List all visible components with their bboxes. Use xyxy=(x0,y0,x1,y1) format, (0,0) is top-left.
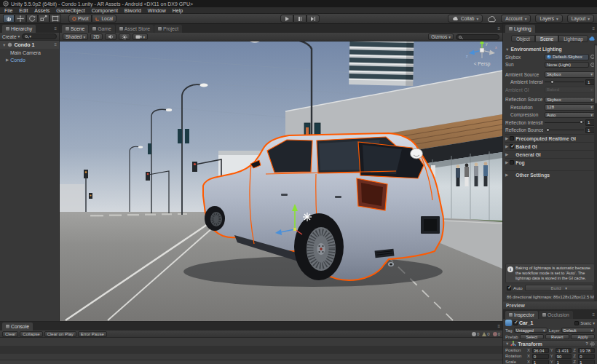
tag-dropdown[interactable]: Untagged▾ xyxy=(514,328,547,333)
reflection-source-dropdown[interactable]: Skybox▾ xyxy=(545,97,595,103)
scrollbar-thumb[interactable] xyxy=(595,45,597,103)
position-x-field[interactable]: 36.04 xyxy=(532,348,549,353)
prefab-select-button[interactable]: Select xyxy=(520,334,544,340)
hierarchy-item-main-camera[interactable]: Main Camera xyxy=(0,49,59,56)
menu-window[interactable]: Window xyxy=(148,8,166,13)
preview-bar[interactable]: Preview xyxy=(503,301,597,309)
object-name-field[interactable]: Car_1 xyxy=(519,320,573,325)
info-count[interactable]: 0 xyxy=(472,332,479,336)
console-log-area[interactable] xyxy=(0,338,502,360)
foldout-baked-gi[interactable]: ▶Baked GI xyxy=(505,142,595,150)
rect-tool-button[interactable] xyxy=(50,15,61,23)
hierarchy-search-input[interactable]: ▾ xyxy=(22,33,57,39)
tab-hierarchy[interactable]: Hierarchy xyxy=(2,25,36,33)
local-toggle[interactable]: Local xyxy=(92,15,116,23)
menu-gameobject[interactable]: GameObject xyxy=(56,8,84,13)
rotation-y-field[interactable]: 90 xyxy=(556,354,572,359)
foldout-other-settings[interactable]: ▶Other Settings xyxy=(505,170,595,178)
tab-lighting[interactable]: Lighting xyxy=(505,25,535,33)
sun-object-field[interactable]: None (Light) xyxy=(545,62,589,68)
foldout-general-gi[interactable]: ▶General GI xyxy=(505,150,595,158)
lighting-toggle[interactable] xyxy=(119,33,130,40)
fog-checkbox[interactable] xyxy=(510,160,514,165)
play-button[interactable] xyxy=(280,15,293,23)
gizmo-center-cube[interactable] xyxy=(480,48,484,52)
menu-file[interactable]: File xyxy=(4,8,12,13)
effects-dropdown[interactable]: ▾ xyxy=(133,33,149,40)
collapse-button[interactable]: Collapse xyxy=(20,331,42,337)
scale-z-field[interactable]: 1 xyxy=(578,360,595,364)
build-button[interactable]: Build▾ xyxy=(525,285,593,291)
lighting-panel-menu-icon[interactable]: ≡ xyxy=(592,25,595,33)
static-checkbox[interactable] xyxy=(574,321,579,325)
scene-row-condo1[interactable]: ▼ Condo 1 ≡ xyxy=(0,41,59,49)
step-button[interactable] xyxy=(307,15,320,23)
auto-checkbox[interactable] xyxy=(507,286,511,290)
compression-dropdown[interactable]: Auto▾ xyxy=(545,112,595,119)
prefab-apply-button[interactable]: Apply xyxy=(571,334,595,340)
layout-button[interactable]: Layout▾ xyxy=(567,15,594,23)
hierarchy-item-condo[interactable]: ▶Condo xyxy=(0,56,59,63)
tab-inspector[interactable]: Inspector xyxy=(505,311,538,319)
subtab-lightmap[interactable]: Lightmap xyxy=(558,35,588,42)
skybox-object-field[interactable]: Default-Skybox xyxy=(545,54,589,60)
console-panel-menu-icon[interactable]: ≡ xyxy=(497,323,500,331)
static-toggle[interactable]: Static▾ xyxy=(574,321,595,325)
clear-on-play-button[interactable]: Clear on Play xyxy=(44,331,76,337)
position-y-field[interactable]: -1.431 xyxy=(556,348,572,353)
transform-foldout-icon[interactable]: ▼ xyxy=(505,341,509,346)
layer-dropdown[interactable]: Default▾ xyxy=(561,328,595,333)
foldout-precomputed-gi[interactable]: ▶Precomputed Realtime GI xyxy=(505,134,595,142)
scene-row-menu-icon[interactable]: ≡ xyxy=(54,41,57,49)
ambient-intensity-slider[interactable] xyxy=(545,79,584,85)
foldout-fog[interactable]: ▶Fog xyxy=(505,158,595,166)
menu-biworld[interactable]: Biworld xyxy=(124,8,141,13)
cloud-services-icon[interactable] xyxy=(487,15,497,23)
active-checkbox[interactable] xyxy=(513,321,518,325)
environment-lighting-header[interactable]: ▼Environment Lighting xyxy=(505,45,595,53)
tab-console[interactable]: Console xyxy=(2,323,33,331)
account-button[interactable]: Account▾ xyxy=(501,15,531,23)
reflection-intensity-slider[interactable] xyxy=(545,119,584,125)
shading-mode-dropdown[interactable]: Shaded▾ xyxy=(63,33,88,40)
persp-label[interactable]: < Persp xyxy=(474,61,491,67)
transform-component-header[interactable]: ▼ Transform ? xyxy=(503,340,597,347)
tab-project[interactable]: Project xyxy=(154,25,182,33)
rotation-z-field[interactable]: 0 xyxy=(578,354,595,359)
clear-button[interactable]: Clear xyxy=(2,331,18,337)
scale-x-field[interactable]: 1 xyxy=(532,360,549,364)
create-button[interactable]: Create▾ xyxy=(2,34,20,39)
inspector-panel-menu-icon[interactable]: ≡ xyxy=(592,311,595,319)
tab-occlusion[interactable]: Occlusion xyxy=(539,311,573,319)
precomputed-gi-checkbox[interactable] xyxy=(510,136,514,141)
scale-tool-button[interactable] xyxy=(38,15,50,23)
menu-assets[interactable]: Assets xyxy=(34,8,50,13)
resolution-dropdown[interactable]: 128▾ xyxy=(545,104,595,111)
rotate-tool-button[interactable] xyxy=(26,15,38,23)
foldout-arrow-icon[interactable]: ▶ xyxy=(505,136,508,141)
tab-asset-store[interactable]: Asset Store xyxy=(116,25,154,33)
error-pause-button[interactable]: Error Pause xyxy=(78,331,107,337)
foldout-arrow-icon[interactable]: ▶ xyxy=(505,173,508,177)
subtab-object[interactable]: Object xyxy=(511,35,535,42)
condo-foldout-icon[interactable]: ▶ xyxy=(6,58,9,62)
position-z-field[interactable]: 19.78 xyxy=(578,348,595,353)
reflection-bounces-slider[interactable] xyxy=(545,127,584,133)
menu-edit[interactable]: Edit xyxy=(19,8,28,13)
scene-foldout-icon[interactable]: ▼ xyxy=(2,43,6,47)
error-count[interactable]: 0 xyxy=(493,332,500,336)
scene-viewport[interactable]: y x z < Persp xyxy=(60,41,502,321)
baked-gi-checkbox[interactable] xyxy=(510,144,514,149)
hand-tool-button[interactable] xyxy=(3,15,15,23)
gizmo-center-handle[interactable] xyxy=(293,228,296,231)
move-tool-button[interactable] xyxy=(15,15,26,23)
prefab-revert-button[interactable]: Revert xyxy=(545,334,569,340)
scene-search-input[interactable] xyxy=(456,34,499,40)
layers-button[interactable]: Layers▾ xyxy=(535,15,562,23)
scene-panel-menu-icon[interactable]: ≡ xyxy=(497,25,500,33)
pivot-toggle[interactable]: Pivot xyxy=(68,15,92,23)
light-gizmo-billboard[interactable] xyxy=(411,149,423,159)
menu-component[interactable]: Component xyxy=(92,8,118,13)
scene-viewport-canvas[interactable]: y x z < Persp xyxy=(60,41,502,321)
menu-help[interactable]: Help xyxy=(173,8,183,13)
